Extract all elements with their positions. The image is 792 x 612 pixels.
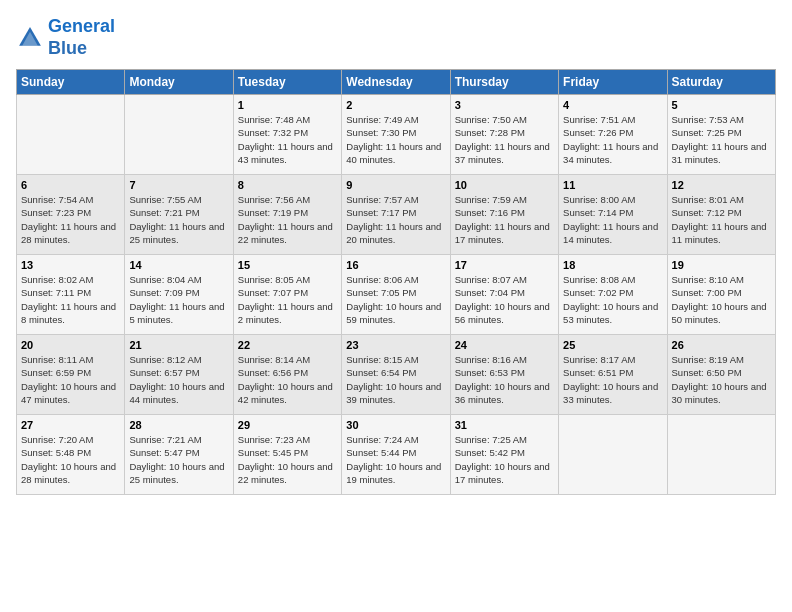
day-number: 1 bbox=[238, 99, 337, 111]
calendar-cell: 24Sunrise: 8:16 AMSunset: 6:53 PMDayligh… bbox=[450, 335, 558, 415]
day-detail: Sunrise: 8:07 AMSunset: 7:04 PMDaylight:… bbox=[455, 273, 554, 326]
day-detail: Sunrise: 8:15 AMSunset: 6:54 PMDaylight:… bbox=[346, 353, 445, 406]
calendar-cell: 15Sunrise: 8:05 AMSunset: 7:07 PMDayligh… bbox=[233, 255, 341, 335]
day-number: 26 bbox=[672, 339, 771, 351]
calendar-cell: 17Sunrise: 8:07 AMSunset: 7:04 PMDayligh… bbox=[450, 255, 558, 335]
day-detail: Sunrise: 7:21 AMSunset: 5:47 PMDaylight:… bbox=[129, 433, 228, 486]
day-number: 24 bbox=[455, 339, 554, 351]
day-number: 22 bbox=[238, 339, 337, 351]
day-number: 8 bbox=[238, 179, 337, 191]
calendar-cell: 30Sunrise: 7:24 AMSunset: 5:44 PMDayligh… bbox=[342, 415, 450, 495]
calendar-table: SundayMondayTuesdayWednesdayThursdayFrid… bbox=[16, 69, 776, 495]
day-header: Thursday bbox=[450, 70, 558, 95]
week-row: 13Sunrise: 8:02 AMSunset: 7:11 PMDayligh… bbox=[17, 255, 776, 335]
calendar-cell bbox=[17, 95, 125, 175]
calendar-cell bbox=[559, 415, 667, 495]
day-detail: Sunrise: 8:05 AMSunset: 7:07 PMDaylight:… bbox=[238, 273, 337, 326]
day-number: 21 bbox=[129, 339, 228, 351]
calendar-cell bbox=[125, 95, 233, 175]
day-detail: Sunrise: 7:25 AMSunset: 5:42 PMDaylight:… bbox=[455, 433, 554, 486]
day-number: 13 bbox=[21, 259, 120, 271]
calendar-cell: 9Sunrise: 7:57 AMSunset: 7:17 PMDaylight… bbox=[342, 175, 450, 255]
logo: General Blue bbox=[16, 16, 115, 59]
day-detail: Sunrise: 8:01 AMSunset: 7:12 PMDaylight:… bbox=[672, 193, 771, 246]
day-number: 18 bbox=[563, 259, 662, 271]
day-header: Saturday bbox=[667, 70, 775, 95]
header-row: SundayMondayTuesdayWednesdayThursdayFrid… bbox=[17, 70, 776, 95]
day-detail: Sunrise: 8:02 AMSunset: 7:11 PMDaylight:… bbox=[21, 273, 120, 326]
day-header: Sunday bbox=[17, 70, 125, 95]
day-number: 6 bbox=[21, 179, 120, 191]
day-number: 17 bbox=[455, 259, 554, 271]
day-detail: Sunrise: 7:54 AMSunset: 7:23 PMDaylight:… bbox=[21, 193, 120, 246]
day-detail: Sunrise: 7:50 AMSunset: 7:28 PMDaylight:… bbox=[455, 113, 554, 166]
day-detail: Sunrise: 7:51 AMSunset: 7:26 PMDaylight:… bbox=[563, 113, 662, 166]
day-number: 14 bbox=[129, 259, 228, 271]
calendar-cell: 6Sunrise: 7:54 AMSunset: 7:23 PMDaylight… bbox=[17, 175, 125, 255]
day-detail: Sunrise: 7:59 AMSunset: 7:16 PMDaylight:… bbox=[455, 193, 554, 246]
calendar-cell: 13Sunrise: 8:02 AMSunset: 7:11 PMDayligh… bbox=[17, 255, 125, 335]
day-number: 30 bbox=[346, 419, 445, 431]
day-detail: Sunrise: 8:08 AMSunset: 7:02 PMDaylight:… bbox=[563, 273, 662, 326]
page-header: General Blue bbox=[16, 16, 776, 59]
calendar-cell: 22Sunrise: 8:14 AMSunset: 6:56 PMDayligh… bbox=[233, 335, 341, 415]
calendar-cell: 23Sunrise: 8:15 AMSunset: 6:54 PMDayligh… bbox=[342, 335, 450, 415]
day-number: 4 bbox=[563, 99, 662, 111]
day-header: Monday bbox=[125, 70, 233, 95]
day-detail: Sunrise: 7:48 AMSunset: 7:32 PMDaylight:… bbox=[238, 113, 337, 166]
day-detail: Sunrise: 7:20 AMSunset: 5:48 PMDaylight:… bbox=[21, 433, 120, 486]
calendar-cell: 5Sunrise: 7:53 AMSunset: 7:25 PMDaylight… bbox=[667, 95, 775, 175]
calendar-cell: 7Sunrise: 7:55 AMSunset: 7:21 PMDaylight… bbox=[125, 175, 233, 255]
day-number: 12 bbox=[672, 179, 771, 191]
day-number: 5 bbox=[672, 99, 771, 111]
day-number: 29 bbox=[238, 419, 337, 431]
day-detail: Sunrise: 7:57 AMSunset: 7:17 PMDaylight:… bbox=[346, 193, 445, 246]
day-header: Friday bbox=[559, 70, 667, 95]
day-detail: Sunrise: 8:06 AMSunset: 7:05 PMDaylight:… bbox=[346, 273, 445, 326]
calendar-cell: 31Sunrise: 7:25 AMSunset: 5:42 PMDayligh… bbox=[450, 415, 558, 495]
calendar-cell: 18Sunrise: 8:08 AMSunset: 7:02 PMDayligh… bbox=[559, 255, 667, 335]
day-number: 9 bbox=[346, 179, 445, 191]
day-number: 11 bbox=[563, 179, 662, 191]
week-row: 20Sunrise: 8:11 AMSunset: 6:59 PMDayligh… bbox=[17, 335, 776, 415]
day-number: 19 bbox=[672, 259, 771, 271]
calendar-cell: 8Sunrise: 7:56 AMSunset: 7:19 PMDaylight… bbox=[233, 175, 341, 255]
calendar-cell: 16Sunrise: 8:06 AMSunset: 7:05 PMDayligh… bbox=[342, 255, 450, 335]
logo-icon bbox=[16, 24, 44, 52]
day-number: 31 bbox=[455, 419, 554, 431]
day-detail: Sunrise: 8:14 AMSunset: 6:56 PMDaylight:… bbox=[238, 353, 337, 406]
day-number: 16 bbox=[346, 259, 445, 271]
calendar-cell: 20Sunrise: 8:11 AMSunset: 6:59 PMDayligh… bbox=[17, 335, 125, 415]
day-header: Tuesday bbox=[233, 70, 341, 95]
day-number: 28 bbox=[129, 419, 228, 431]
logo-text: General Blue bbox=[48, 16, 115, 59]
calendar-cell: 25Sunrise: 8:17 AMSunset: 6:51 PMDayligh… bbox=[559, 335, 667, 415]
calendar-cell: 21Sunrise: 8:12 AMSunset: 6:57 PMDayligh… bbox=[125, 335, 233, 415]
calendar-cell: 27Sunrise: 7:20 AMSunset: 5:48 PMDayligh… bbox=[17, 415, 125, 495]
day-detail: Sunrise: 8:11 AMSunset: 6:59 PMDaylight:… bbox=[21, 353, 120, 406]
day-detail: Sunrise: 8:10 AMSunset: 7:00 PMDaylight:… bbox=[672, 273, 771, 326]
day-number: 23 bbox=[346, 339, 445, 351]
calendar-cell: 1Sunrise: 7:48 AMSunset: 7:32 PMDaylight… bbox=[233, 95, 341, 175]
day-detail: Sunrise: 7:56 AMSunset: 7:19 PMDaylight:… bbox=[238, 193, 337, 246]
day-detail: Sunrise: 8:19 AMSunset: 6:50 PMDaylight:… bbox=[672, 353, 771, 406]
day-detail: Sunrise: 7:55 AMSunset: 7:21 PMDaylight:… bbox=[129, 193, 228, 246]
week-row: 1Sunrise: 7:48 AMSunset: 7:32 PMDaylight… bbox=[17, 95, 776, 175]
day-detail: Sunrise: 8:12 AMSunset: 6:57 PMDaylight:… bbox=[129, 353, 228, 406]
calendar-cell: 2Sunrise: 7:49 AMSunset: 7:30 PMDaylight… bbox=[342, 95, 450, 175]
calendar-cell: 26Sunrise: 8:19 AMSunset: 6:50 PMDayligh… bbox=[667, 335, 775, 415]
calendar-cell bbox=[667, 415, 775, 495]
week-row: 6Sunrise: 7:54 AMSunset: 7:23 PMDaylight… bbox=[17, 175, 776, 255]
day-detail: Sunrise: 7:23 AMSunset: 5:45 PMDaylight:… bbox=[238, 433, 337, 486]
day-detail: Sunrise: 8:17 AMSunset: 6:51 PMDaylight:… bbox=[563, 353, 662, 406]
day-number: 25 bbox=[563, 339, 662, 351]
day-detail: Sunrise: 7:53 AMSunset: 7:25 PMDaylight:… bbox=[672, 113, 771, 166]
calendar-cell: 29Sunrise: 7:23 AMSunset: 5:45 PMDayligh… bbox=[233, 415, 341, 495]
day-number: 2 bbox=[346, 99, 445, 111]
day-header: Wednesday bbox=[342, 70, 450, 95]
week-row: 27Sunrise: 7:20 AMSunset: 5:48 PMDayligh… bbox=[17, 415, 776, 495]
day-number: 3 bbox=[455, 99, 554, 111]
calendar-cell: 14Sunrise: 8:04 AMSunset: 7:09 PMDayligh… bbox=[125, 255, 233, 335]
day-number: 15 bbox=[238, 259, 337, 271]
calendar-cell: 3Sunrise: 7:50 AMSunset: 7:28 PMDaylight… bbox=[450, 95, 558, 175]
